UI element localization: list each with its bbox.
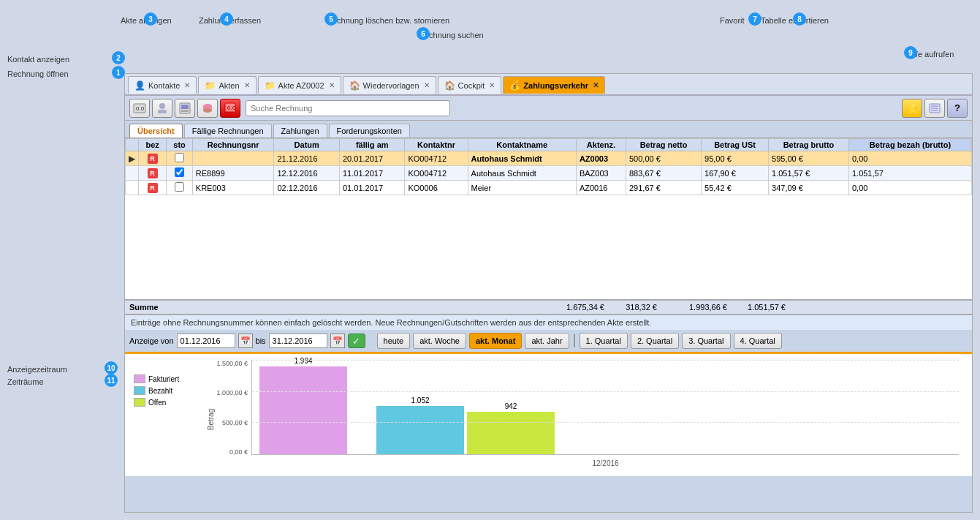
col-betrag-ust[interactable]: Betrag USt — [702, 139, 769, 151]
cell-bezahlt-1: 0,00 — [848, 151, 971, 166]
col-rechnungsnr[interactable]: Rechnungsnr — [192, 139, 274, 151]
col-bez[interactable]: bez — [139, 139, 167, 151]
tab-akte-az0002-label: Akte AZ0002 — [278, 81, 324, 90]
toolbar-btn-help[interactable]: ? — [947, 99, 968, 118]
tab-zahlungsverkehr-close[interactable]: ✕ — [593, 81, 599, 89]
cell-ust-2: 167,90 € — [702, 166, 769, 181]
tab-cockpit[interactable]: 🏠 Cockpit ✕ — [438, 76, 502, 94]
col-betrag-bezahlt[interactable]: Betrag bezah (brutto) — [848, 139, 971, 151]
sto-checkbox-1[interactable] — [175, 153, 184, 162]
ok-btn[interactable]: ✓ — [348, 334, 365, 348]
btn-akt-jahr[interactable]: akt. Jahr — [525, 333, 569, 349]
cell-sto-3[interactable] — [167, 181, 193, 195]
label-zeitraeume: Zeiträume — [7, 377, 44, 386]
cell-kontaktname-1: Autohaus Schmidt — [468, 151, 576, 166]
btn-q3[interactable]: 3. Quartal — [682, 333, 730, 349]
legend-offen: Offen — [134, 398, 204, 407]
bis-label: bis — [256, 336, 266, 345]
btn-q1[interactable]: 1. Quartal — [580, 333, 628, 349]
row-marker-r3: R — [148, 183, 158, 193]
col-kontaktnr[interactable]: Kontaktnr — [405, 139, 468, 151]
btn-akt-woche[interactable]: akt. Woche — [413, 333, 466, 349]
chart-plot-area: 1.500,00 € 1.000,00 € 500,00 € 0,00 € Be… — [204, 360, 966, 470]
tab-kontakte-close[interactable]: ✕ — [184, 81, 190, 89]
anzeige-von-label: Anzeige von — [129, 336, 174, 345]
date-to-input[interactable] — [269, 334, 327, 348]
tab-akten-close[interactable]: ✕ — [244, 81, 250, 89]
tab-cockpit-close[interactable]: ✕ — [489, 81, 495, 89]
info-text: Einträge ohne Rechnungsnummer können ein… — [125, 314, 972, 330]
tab-akten-label: Akten — [219, 81, 239, 90]
toolbar-btn-export[interactable] — [924, 99, 945, 118]
bar-val-bezahlt: 1.052 — [411, 396, 429, 404]
date-from-input[interactable] — [177, 334, 235, 348]
legend-label-fakturiert: Fakturiert — [148, 375, 179, 383]
cell-bez-2: R — [139, 166, 167, 181]
legend-label-offen: Offen — [148, 399, 166, 407]
circle-10: 10 — [105, 361, 118, 374]
toolbar-btn-save[interactable] — [175, 99, 195, 118]
tab-wiedervorlagen[interactable]: 🏠 Wiedervorlagen ✕ — [343, 76, 436, 94]
grid-line-33 — [252, 391, 959, 392]
circle-11: 11 — [105, 374, 118, 387]
cell-brutto-1: 595,00 € — [769, 151, 849, 166]
col-betrag-netto[interactable]: Betrag netto — [626, 139, 701, 151]
search-input[interactable] — [246, 100, 450, 116]
cell-ust-3: 55,42 € — [702, 181, 769, 195]
cal-to-btn[interactable]: 📅 — [330, 334, 345, 348]
bar-offen-group: 942 — [467, 402, 555, 454]
legend-label-bezahlt: Bezahlt — [148, 387, 172, 395]
sub-tab-uebersicht[interactable]: Übersicht — [129, 124, 183, 137]
sub-tab-zahlungen[interactable]: Zahlungen — [273, 124, 327, 137]
col-faellig[interactable]: fällig am — [339, 139, 405, 151]
cell-kontaktnr-1: KO004712 — [405, 151, 468, 166]
table-row[interactable]: R KRE003 02.12.2016 01.01.2017 KO0006 Me… — [126, 181, 972, 195]
cell-bez-3: R — [139, 181, 167, 195]
cell-sto-2[interactable] — [167, 166, 193, 181]
btn-akt-monat[interactable]: akt. Monat — [469, 333, 522, 349]
tab-kontakte[interactable]: 👤 Kontakte ✕ — [128, 76, 197, 94]
cell-kontaktnr-2: KO004712 — [405, 166, 468, 181]
table-row[interactable]: ▶ R 21.12.2016 20.01.2017 KO004712 Autoh… — [126, 151, 972, 166]
tab-akte-az0002-close[interactable]: ✕ — [329, 81, 335, 89]
btn-q2[interactable]: 2. Quartal — [631, 333, 679, 349]
col-datum[interactable]: Datum — [274, 139, 340, 151]
cell-netto-1: 500,00 € — [626, 151, 701, 166]
tab-zahlungsverkehr[interactable]: 💰 Zahlungsverkehr ✕ — [503, 76, 605, 94]
cell-arrow-3 — [126, 181, 139, 195]
circle-4: 4 — [220, 12, 233, 26]
sub-tab-bar: Übersicht Fällige Rechnungen Zahlungen F… — [125, 121, 972, 138]
bar-val-fakturiert: 1.994 — [294, 357, 312, 365]
cell-netto-3: 291,67 € — [626, 181, 701, 195]
tab-akte-az0002[interactable]: 📁 Akte AZ0002 ✕ — [258, 76, 341, 94]
tab-wiedervorlagen-close[interactable]: ✕ — [424, 81, 430, 89]
toolbar-btn-info1[interactable]: 0.0 — [129, 99, 150, 118]
col-sto[interactable]: sto — [167, 139, 193, 151]
bar-group-fakturiert: 1.994 — [259, 357, 347, 454]
table-row[interactable]: R RE8899 12.12.2016 11.01.2017 KO004712 … — [126, 166, 972, 181]
toolbar-btn-db[interactable] — [197, 99, 218, 118]
col-aktenz[interactable]: Aktenz. — [576, 139, 626, 151]
cockpit-icon: 🏠 — [444, 80, 455, 91]
circle-5: 5 — [324, 12, 338, 26]
cal-from-btn[interactable]: 📅 — [238, 334, 253, 348]
toolbar-btn-delete[interactable]: 0.0 — [220, 99, 240, 118]
btn-q4[interactable]: 4. Quartal — [734, 333, 782, 349]
cell-aktenz-2: BAZ003 — [576, 166, 626, 181]
svg-point-2 — [159, 103, 165, 109]
y-label-0: 0,00 € — [208, 448, 248, 456]
sub-tab-faellige[interactable]: Fällige Rechnungen — [184, 124, 272, 137]
kontakte-icon: 👤 — [134, 80, 145, 91]
sto-checkbox-2[interactable] — [175, 167, 184, 177]
col-betrag-brutto[interactable]: Betrag brutto — [769, 139, 849, 151]
tab-akten[interactable]: 📁 Akten ✕ — [198, 76, 256, 94]
label-rechnung-oeffnen: Rechnung öffnen — [7, 69, 69, 78]
btn-heute[interactable]: heute — [377, 333, 411, 349]
toolbar-btn-info2[interactable] — [152, 99, 172, 118]
col-kontaktname[interactable]: Kontaktname — [468, 139, 576, 151]
sub-tab-forderungskonten[interactable]: Forderungskonten — [329, 124, 410, 137]
cell-sto-1[interactable] — [167, 151, 193, 166]
sto-checkbox-3[interactable] — [175, 182, 184, 192]
toolbar-btn-favorit[interactable]: ⭐ — [902, 99, 922, 118]
summary-bezahlt: 1.051,57 € — [730, 303, 789, 312]
